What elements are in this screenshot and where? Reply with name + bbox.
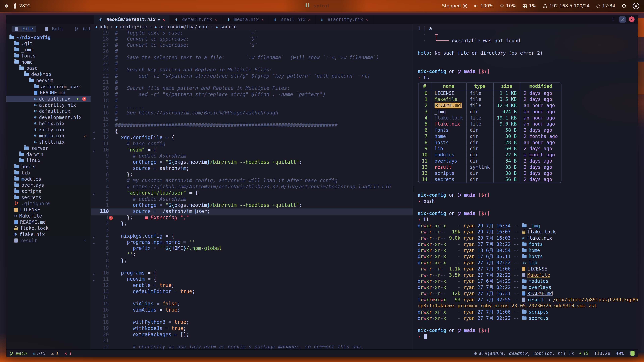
code-line[interactable]: 6 }; <box>91 172 413 178</box>
tree-item[interactable]: modules <box>6 176 91 182</box>
code-line[interactable]: 23# Search key pattern and Replace in Mu… <box>91 67 413 73</box>
breadcrumb-item[interactable]: source <box>220 24 237 29</box>
breadcrumb-item[interactable]: xdg <box>100 24 108 29</box>
code-line[interactable]: 7 source = astronvim; <box>91 165 413 172</box>
code-line[interactable]: 1 onChange = "${pkgs.neovim}/bin/nvim --… <box>91 202 413 209</box>
code-line[interactable]: 2 }; <box>91 221 413 227</box>
code-line[interactable]: 26# <box>91 48 413 55</box>
code-line[interactable]: 14######################################… <box>91 122 413 129</box>
close-icon[interactable]: × <box>308 17 310 22</box>
tree-item[interactable]: ❄flake.nix <box>6 231 91 237</box>
buffer-tab[interactable]: ❄neovim/default.nix●× <box>94 15 170 24</box>
command-line[interactable]: › <box>418 334 638 340</box>
code-line[interactable]: 8 }; <box>91 258 413 264</box>
editor-pane[interactable]: ◆xdg›◆configFile›◆astronvim/lua/user›◆so… <box>91 24 413 349</box>
pause-icon[interactable] <box>305 3 310 9</box>
code-line[interactable]: 15# <box>91 116 413 122</box>
neotree-source-git[interactable]: Git <box>72 26 91 32</box>
tree-item[interactable]: result⊙ <box>6 237 91 244</box>
nixos-logo-icon[interactable]: ❄ <box>4 3 8 9</box>
code-line[interactable]: 2 # update AstroNvim <box>91 196 413 202</box>
code-line[interactable]: 5 # my cusotom astronvim config, astronv… <box>91 178 413 184</box>
tree-item[interactable]: .git <box>6 40 91 46</box>
code-line[interactable]: 25# Save the selected text to a file: `:… <box>91 55 413 61</box>
code-line[interactable]: 20 extraPackages = []; <box>91 332 413 338</box>
keyboard-layout-badge[interactable]: A <box>633 3 639 9</box>
tabpage-2[interactable]: 2 <box>619 16 626 22</box>
tree-item[interactable]: ❄helix.nix <box>6 120 91 126</box>
code-line[interactable]: 9 # update AstroNvim <box>91 153 413 159</box>
neotree-source-bufs[interactable]: Bufs <box>42 26 66 32</box>
tree-item[interactable]: .gitignore <box>6 200 91 206</box>
code-line[interactable]: 13 defaultEditor = true; <box>91 289 413 295</box>
command-line[interactable]: › ls <box>418 75 638 81</box>
code-line[interactable]: ⌄11 neovim = { <box>91 276 413 282</box>
tree-item[interactable]: hosts <box>6 163 91 170</box>
tab-close-button[interactable]: × <box>629 16 634 22</box>
tabpage-1[interactable]: 1 <box>610 16 616 22</box>
code-line[interactable]: 28# Convert to uppercase: `U` <box>91 36 413 42</box>
code-line[interactable]: 8 onChange = "${pkgs.neovim}/bin/nvim --… <box>91 159 413 165</box>
breadcrumb-item[interactable]: astronvim/lua/user <box>159 24 208 29</box>
code-line[interactable]: 110 source = ./astronvim_user; <box>91 209 413 215</box>
tree-item[interactable]: ❄media.nix⚠ <box>6 133 91 139</box>
close-icon[interactable]: × <box>261 17 264 22</box>
breadcrumb-item[interactable]: configFile <box>120 24 147 29</box>
code-line[interactable]: 16 vimAlias = true; <box>91 307 413 313</box>
code-lines[interactable]: 29# Toggle text's case: `~`28# Convert t… <box>91 30 413 349</box>
tree-item[interactable]: ❄alacritty.nix <box>6 102 91 108</box>
tree-item[interactable]: ⚙Makefile <box>6 213 91 219</box>
code-line[interactable]: 22 # currently we use lazy.nvim as neovi… <box>91 344 413 349</box>
buffer-tab[interactable]: ❄alacritty.nix× <box>316 15 373 24</box>
code-line[interactable]: 15 viAlias = false; <box>91 301 413 307</box>
code-line[interactable]: 27# Convert to lowercase: `u` <box>91 42 413 48</box>
close-icon[interactable]: × <box>162 17 165 22</box>
tree-item[interactable]: ❄shell.nix <box>6 139 91 145</box>
tree-item[interactable]: darwin <box>6 151 91 157</box>
close-icon[interactable]: × <box>214 17 217 22</box>
media-module[interactable]: Stopped <box>442 3 467 9</box>
code-line[interactable]: 11 # base config <box>91 141 413 147</box>
tree-item[interactable]: base <box>6 65 91 71</box>
code-line[interactable]: 16# See https://astronvim.com/Basic%20Us… <box>91 110 413 116</box>
tree-item[interactable]: LICENSE <box>6 206 91 213</box>
code-line[interactable]: ⌄5 programs.npm.npmrc = '' <box>91 239 413 246</box>
tree-item[interactable]: _img <box>6 46 91 53</box>
buffer-tab[interactable]: ❄shell.nix× <box>269 15 316 24</box>
tree-item[interactable]: fonts <box>6 52 91 59</box>
code-line[interactable]: 18 withPython3 = true; <box>91 319 413 326</box>
tree-item[interactable]: desktop <box>6 71 91 77</box>
code-line[interactable]: 29# Toggle text's case: `~` <box>91 30 413 36</box>
code-line[interactable]: ⌄4 nixpkgs.config = { <box>91 233 413 239</box>
diagnostics-warning[interactable]: ⚠ 1 <box>51 351 59 356</box>
temperature-module[interactable]: 28°C <box>14 3 30 9</box>
code-line[interactable]: ⌄10 "nvim" = { <box>91 147 413 153</box>
tree-item[interactable]: server <box>6 145 91 151</box>
code-line[interactable]: 4 # https://github.com/AstroNvim/AstroNv… <box>91 184 413 190</box>
code-line[interactable]: 6 prefix = ''${HOME}/.npm-global <box>91 245 413 252</box>
tree-item[interactable]: ❄default.nix●× <box>6 96 91 102</box>
command-line[interactable]: › ll <box>418 217 638 223</box>
clock-module[interactable]: ◷ 17:34 <box>596 3 615 9</box>
buffer-tab[interactable]: ❄default.nix× <box>170 15 222 24</box>
code-line[interactable]: 14 <box>91 295 413 301</box>
tree-item[interactable]: overlays <box>6 182 91 188</box>
code-line[interactable]: 18# <box>91 98 413 104</box>
cpu-module[interactable]: ⚙ 10% <box>500 3 516 9</box>
tree-item[interactable]: lib <box>6 169 91 176</box>
code-line[interactable]: 19 withNodeJs = true; <box>91 326 413 332</box>
tree-item[interactable]: README.md <box>6 219 91 225</box>
neotree-source-file[interactable]: File <box>12 26 36 32</box>
code-line[interactable]: 19# sed -ri "s/pattern_str/replace_str/g… <box>91 91 413 98</box>
tree-item[interactable]: scripts <box>6 188 91 194</box>
tree-item[interactable]: linux <box>6 157 91 163</box>
code-line[interactable]: 9 <box>91 264 413 270</box>
code-line[interactable]: 20# Search file name pattern and Replace… <box>91 85 413 91</box>
memory-module[interactable]: ▦ 1% <box>523 3 536 9</box>
code-line[interactable]: ⌄3 "astronvim/lua/user" = { <box>91 190 413 196</box>
code-line[interactable]: 21# <box>91 79 413 85</box>
buffer-tab[interactable]: ❄media.nix× <box>222 15 269 24</box>
close-icon[interactable]: × <box>366 17 368 22</box>
terminal-pane[interactable]: 1 | a · ┬ · ╰──── executable was not fou… <box>413 24 638 349</box>
code-line[interactable]: 24# <box>91 61 413 67</box>
